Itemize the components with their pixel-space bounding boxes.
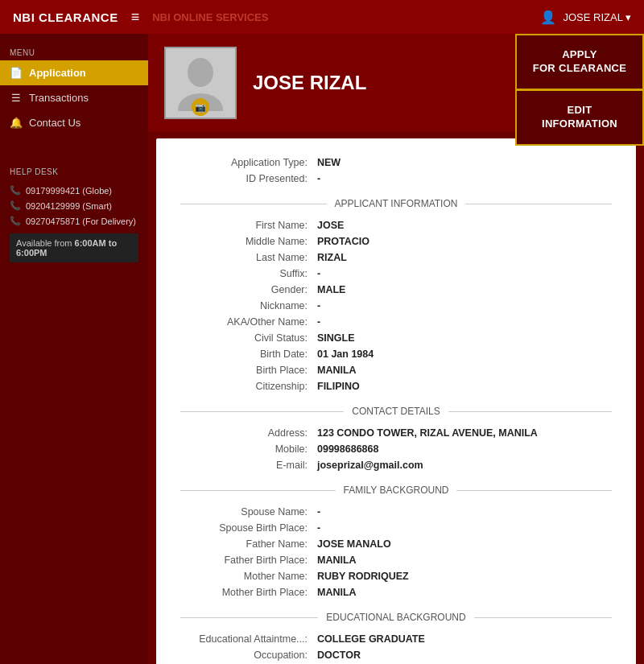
- sidebar-item-label: Application: [29, 67, 86, 79]
- divider-line-right: [465, 204, 612, 204]
- sidebar-item-label: Contact Us: [29, 117, 80, 129]
- table-row: Nickname:-: [180, 298, 612, 314]
- camera-button[interactable]: 📷: [192, 98, 209, 116]
- row-label: Middle Name:: [180, 236, 317, 247]
- row-label: Citizenship:: [180, 381, 317, 392]
- row-value: -: [317, 268, 320, 279]
- sidebar: MENU 📄 Application ☰ Transactions 🔔 Cont…: [0, 34, 148, 664]
- row-value: JOSE MANALO: [317, 538, 391, 550]
- family-section-title: FAMILY BACKGROUND: [344, 485, 449, 496]
- table-row: Middle Name:PROTACIO: [180, 233, 612, 250]
- helpdesk-phone-2: 📞 09204129999 (Smart): [10, 198, 138, 213]
- row-label: Father Birth Place:: [180, 555, 317, 566]
- family-rows: Spouse Name:-Spouse Birth Place:-Father …: [180, 504, 612, 600]
- svg-point-0: [188, 58, 213, 87]
- app-type-row: Application Type: NEW: [180, 155, 612, 171]
- row-value: COLLEGE GRADUATE: [317, 633, 425, 645]
- row-value: -: [317, 316, 320, 328]
- navbar: NBI CLEARANCE ≡ NBI ONLINE SERVICES 👤 JO…: [0, 0, 644, 34]
- helpdesk-section: HELP DESK 📞 09179999421 (Globe) 📞 092041…: [0, 159, 148, 270]
- table-row: Mother Birth Place:MANILA: [180, 584, 612, 600]
- row-value: RIZAL: [317, 252, 347, 263]
- row-label: Civil Status:: [180, 332, 317, 344]
- table-row: Last Name:RIZAL: [180, 250, 612, 266]
- app-type-label: Application Type:: [180, 157, 317, 168]
- profile-name: JOSE RIZAL: [253, 72, 366, 94]
- profile-header: 📷 JOSE RIZAL APPLYFOR CLEARANCE EDITINFO…: [148, 34, 644, 132]
- row-value: FILIPINO: [317, 381, 360, 392]
- navbar-left: NBI CLEARANCE ≡ NBI ONLINE SERVICES: [13, 9, 268, 26]
- table-row: Suffix:-: [180, 266, 612, 282]
- navbar-username: JOSE RIZAL ▾: [563, 11, 631, 23]
- row-label: Educational Attaintme...:: [180, 633, 317, 645]
- helpdesk-phone-3: 📞 09270475871 (For Delivery): [10, 213, 138, 229]
- row-label: Spouse Birth Place:: [180, 522, 317, 534]
- navbar-service: NBI ONLINE SERVICES: [152, 11, 268, 23]
- row-value: RUBY RODRIQUEZ: [317, 571, 409, 582]
- row-label: Gender:: [180, 284, 317, 295]
- row-label: Suffix:: [180, 268, 317, 279]
- table-row: Birth Date:01 Jan 1984: [180, 346, 612, 362]
- contact-rows: Address:123 CONDO TOWER, RIZAL AVENUE, M…: [180, 425, 612, 473]
- row-label: AKA/Other Name:: [180, 316, 317, 328]
- row-value: -: [317, 300, 320, 311]
- table-row: AKA/Other Name:-: [180, 314, 612, 330]
- application-icon: 📄: [10, 67, 23, 79]
- edit-information-button[interactable]: EDITINFORMATION: [515, 89, 644, 146]
- row-label: Mother Name:: [180, 571, 317, 582]
- helpdesk-label: HELP DESK: [10, 167, 138, 176]
- table-row: Birth Place:MANILA: [180, 362, 612, 378]
- row-label: Address:: [180, 427, 317, 439]
- row-value: SINGLE: [317, 332, 355, 344]
- row-value: JOSE: [317, 220, 344, 231]
- app-type-value: NEW: [317, 157, 341, 168]
- table-row: Mobile:09998686868: [180, 441, 612, 457]
- apply-clearance-button[interactable]: APPLYFOR CLEARANCE: [515, 34, 644, 89]
- id-presented-label: ID Presented:: [180, 173, 317, 184]
- phone-icon-3: 📞: [10, 216, 21, 226]
- row-label: Father Name:: [180, 538, 317, 550]
- row-value: 01 Jan 1984: [317, 348, 374, 360]
- menu-label: MENU: [0, 42, 148, 60]
- phone-icon-2: 📞: [10, 200, 21, 211]
- info-card: Application Type: NEW ID Presented: - AP…: [156, 138, 636, 664]
- row-label: Birth Date:: [180, 348, 317, 360]
- content-area: 📷 JOSE RIZAL APPLYFOR CLEARANCE EDITINFO…: [148, 34, 644, 664]
- table-row: E-mail:joseprizal@gmail.com: [180, 457, 612, 473]
- row-label: Spouse Name:: [180, 506, 317, 518]
- navbar-user[interactable]: 👤 JOSE RIZAL ▾: [540, 10, 631, 25]
- sidebar-item-label: Transactions: [29, 92, 89, 104]
- table-row: Gender:MALE: [180, 282, 612, 298]
- contact-icon: 🔔: [10, 117, 23, 129]
- row-value: 123 CONDO TOWER, RIZAL AVENUE, MANILA: [317, 427, 538, 439]
- sidebar-item-application[interactable]: 📄 Application: [0, 60, 148, 85]
- education-section-divider: EDUCATIONAL BACKGROUND: [180, 612, 612, 623]
- education-section-title: EDUCATIONAL BACKGROUND: [326, 612, 465, 623]
- family-section-divider: FAMILY BACKGROUND: [180, 485, 612, 496]
- row-value: joseprizal@gmail.com: [317, 460, 423, 471]
- action-buttons: APPLYFOR CLEARANCE EDITINFORMATION: [515, 34, 644, 146]
- table-row: Mother Name:RUBY RODRIQUEZ: [180, 568, 612, 584]
- table-row: Civil Status:SINGLE: [180, 330, 612, 346]
- main-layout: MENU 📄 Application ☰ Transactions 🔔 Cont…: [0, 34, 644, 664]
- sidebar-item-contact[interactable]: 🔔 Contact Us: [0, 110, 148, 135]
- table-row: Occupation:DOCTOR: [180, 647, 612, 663]
- row-value: 09998686868: [317, 443, 378, 455]
- table-row: Spouse Birth Place:-: [180, 520, 612, 536]
- hamburger-icon[interactable]: ≡: [131, 9, 140, 26]
- helpdesk-phone-1: 📞 09179999421 (Globe): [10, 183, 138, 198]
- row-value: -: [317, 506, 320, 518]
- table-row: Citizenship:FILIPINO: [180, 378, 612, 394]
- table-row: Father Birth Place:MANILA: [180, 552, 612, 568]
- row-label: Mother Birth Place:: [180, 587, 317, 598]
- applicant-section-title: APPLICANT INFORMATION: [335, 198, 458, 209]
- row-label: Nickname:: [180, 300, 317, 311]
- row-value: MALE: [317, 284, 345, 295]
- table-row: First Name:JOSE: [180, 217, 612, 233]
- row-label: E-mail:: [180, 460, 317, 471]
- row-value: PROTACIO: [317, 236, 369, 247]
- sidebar-item-transactions[interactable]: ☰ Transactions: [0, 85, 148, 110]
- contact-section-title: CONTACT DETAILS: [352, 406, 440, 417]
- table-row: Father Name:JOSE MANALO: [180, 536, 612, 552]
- contact-section-divider: CONTACT DETAILS: [180, 406, 612, 417]
